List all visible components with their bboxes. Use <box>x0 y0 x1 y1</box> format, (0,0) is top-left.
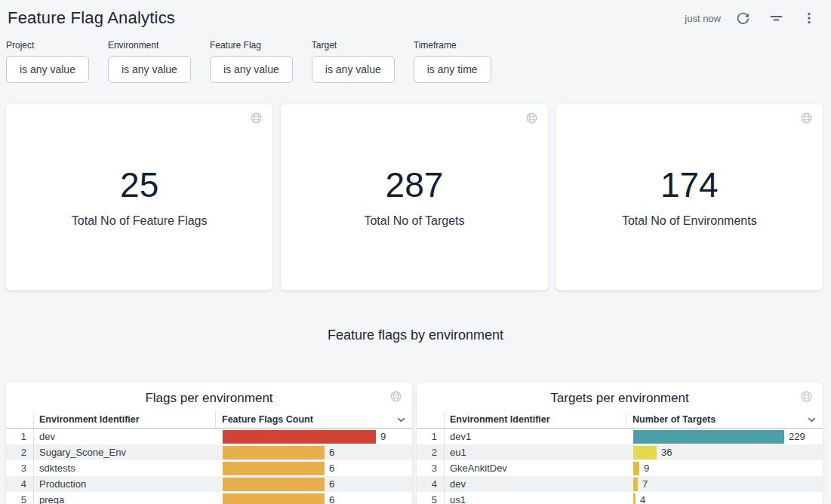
row-number: 2 <box>417 444 445 460</box>
filter-icon[interactable] <box>768 10 784 26</box>
measure-cell[interactable]: 6 <box>215 476 412 492</box>
bar <box>633 446 657 459</box>
environment-identifier-cell[interactable]: sdktests <box>34 463 215 474</box>
filter-environment-button[interactable]: is any value <box>108 56 191 83</box>
measure-cell[interactable]: 6 <box>215 444 412 460</box>
row-number: 5 <box>417 492 445 504</box>
stat-card-feature-flags: 25 Total No of Feature Flags <box>6 104 272 290</box>
bar-value: 4 <box>640 494 645 504</box>
filter-label: Timeframe <box>414 40 491 51</box>
table-row[interactable]: 2eu136 <box>417 444 823 460</box>
filter-timeframe: Timeframe is any time <box>414 40 491 83</box>
environment-identifier-cell[interactable]: dev <box>34 431 215 442</box>
environment-identifier-cell[interactable]: eu1 <box>445 447 626 458</box>
row-number: 3 <box>417 460 445 476</box>
globe-icon <box>800 390 813 406</box>
refresh-icon[interactable] <box>734 10 751 26</box>
bar <box>223 493 325 504</box>
bar-value: 6 <box>329 478 334 490</box>
filter-timeframe-button[interactable]: is any time <box>414 56 491 83</box>
bar-value: 6 <box>329 494 334 504</box>
globe-icon <box>800 112 813 128</box>
table-header-row: Environment IdentifierFeature Flags Coun… <box>6 411 412 429</box>
measure-cell[interactable]: 9 <box>215 429 412 444</box>
column-header-environment-identifier[interactable]: Environment Identifier <box>34 414 215 425</box>
row-number: 4 <box>417 476 445 492</box>
measure-cell[interactable]: 6 <box>215 492 412 504</box>
measure-cell[interactable]: 6 <box>215 460 412 476</box>
section-title: Feature flags by environment <box>0 327 831 343</box>
kebab-menu-icon[interactable] <box>801 10 817 26</box>
column-header-measure[interactable]: Feature Flags Count <box>215 411 412 428</box>
bar <box>223 478 325 491</box>
filter-target: Target is any value <box>312 40 395 83</box>
filter-label: Project <box>6 40 89 51</box>
top-bar-actions: just now <box>685 10 817 26</box>
column-header-environment-identifier[interactable]: Environment Identifier <box>445 414 626 425</box>
measure-cell[interactable]: 36 <box>626 444 823 460</box>
table-row[interactable]: 4Production6 <box>6 476 412 492</box>
table-title: Targets per environment <box>417 383 823 411</box>
top-bar: Feature Flag Analytics just now <box>0 0 831 29</box>
environment-identifier-cell[interactable]: Sugary_Scone_Env <box>34 447 215 458</box>
column-header-measure[interactable]: Number of Targets <box>626 411 823 428</box>
page-title: Feature Flag Analytics <box>8 8 175 28</box>
table-row[interactable]: 3sdktests6 <box>6 460 412 476</box>
bar-value: 7 <box>642 478 648 490</box>
environment-identifier-cell[interactable]: Production <box>34 478 215 490</box>
bar-value: 6 <box>329 463 334 474</box>
globe-icon <box>525 112 538 128</box>
table-title: Flags per environment <box>6 383 412 411</box>
environment-identifier-cell[interactable]: prega <box>34 494 215 504</box>
bar-value: 6 <box>329 447 334 458</box>
filter-project-button[interactable]: is any value <box>6 56 89 83</box>
table-row[interactable]: 5us14 <box>417 492 823 504</box>
environment-identifier-cell[interactable]: dev1 <box>445 431 626 442</box>
chevron-down-icon[interactable] <box>807 415 817 425</box>
stat-cards-row: 25 Total No of Feature Flags 287 Total N… <box>0 104 831 290</box>
measure-cell[interactable]: 7 <box>626 476 823 492</box>
bar <box>633 462 639 475</box>
filter-feature-flag: Feature Flag is any value <box>210 40 293 83</box>
globe-icon <box>250 112 263 128</box>
globe-icon <box>389 390 402 406</box>
row-number: 4 <box>6 476 34 492</box>
environment-identifier-cell[interactable]: us1 <box>445 494 626 504</box>
table-row[interactable]: 5prega6 <box>6 492 412 504</box>
table-row[interactable]: 1dev9 <box>6 429 412 444</box>
table-header-row: Environment IdentifierNumber of Targets <box>417 411 823 429</box>
filter-target-button[interactable]: is any value <box>312 56 395 83</box>
filter-environment: Environment is any value <box>108 40 191 83</box>
filter-label: Target <box>312 40 395 51</box>
bar <box>223 446 325 459</box>
row-number-header <box>417 411 445 428</box>
data-table: Environment IdentifierNumber of Targets1… <box>417 411 823 504</box>
environment-identifier-cell[interactable]: GkeAnkitDev <box>445 463 626 474</box>
row-number: 2 <box>6 444 34 460</box>
table-row[interactable]: 3GkeAnkitDev9 <box>417 460 823 476</box>
environment-identifier-cell[interactable]: dev <box>445 478 626 490</box>
table-row[interactable]: 4dev7 <box>417 476 823 492</box>
row-number: 3 <box>6 460 34 476</box>
row-number: 1 <box>6 429 34 444</box>
measure-cell[interactable]: 4 <box>626 492 823 504</box>
measure-cell[interactable]: 9 <box>626 460 823 476</box>
bar-value: 9 <box>380 431 386 442</box>
filter-label: Feature Flag <box>210 40 293 51</box>
bar <box>633 430 784 444</box>
stat-value[interactable]: 174 <box>660 167 719 203</box>
table-row[interactable]: 2Sugary_Scone_Env6 <box>6 444 412 460</box>
table-card-targets-per-environment: Targets per environment Environment Iden… <box>417 383 823 504</box>
stat-label: Total No of Targets <box>364 214 464 228</box>
bar <box>223 430 376 444</box>
chevron-down-icon[interactable] <box>396 415 406 425</box>
filter-feature-flag-button[interactable]: is any value <box>210 56 293 83</box>
table-row[interactable]: 1dev1229 <box>417 429 823 444</box>
measure-cell[interactable]: 229 <box>626 429 823 444</box>
bar <box>633 478 638 491</box>
bar-value: 36 <box>661 447 672 458</box>
bar-value: 229 <box>789 431 805 442</box>
filter-bar: Project is any value Environment is any … <box>0 29 831 83</box>
stat-value[interactable]: 287 <box>386 167 444 203</box>
stat-value[interactable]: 25 <box>120 167 159 203</box>
